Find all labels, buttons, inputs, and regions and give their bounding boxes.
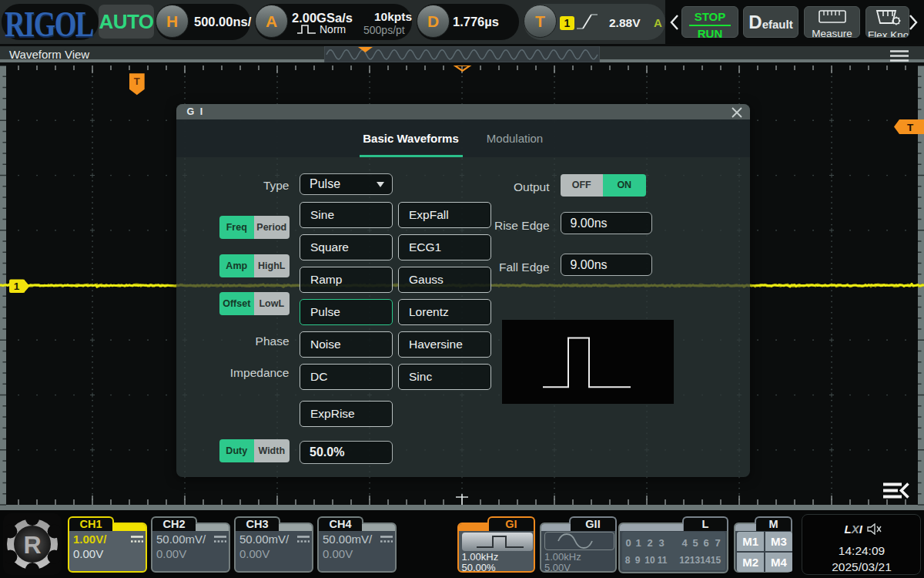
svg-text:T: T: [134, 76, 140, 87]
svg-text:1: 1: [14, 281, 20, 292]
svg-text:R: R: [23, 531, 41, 559]
svg-text:T: T: [907, 122, 914, 133]
